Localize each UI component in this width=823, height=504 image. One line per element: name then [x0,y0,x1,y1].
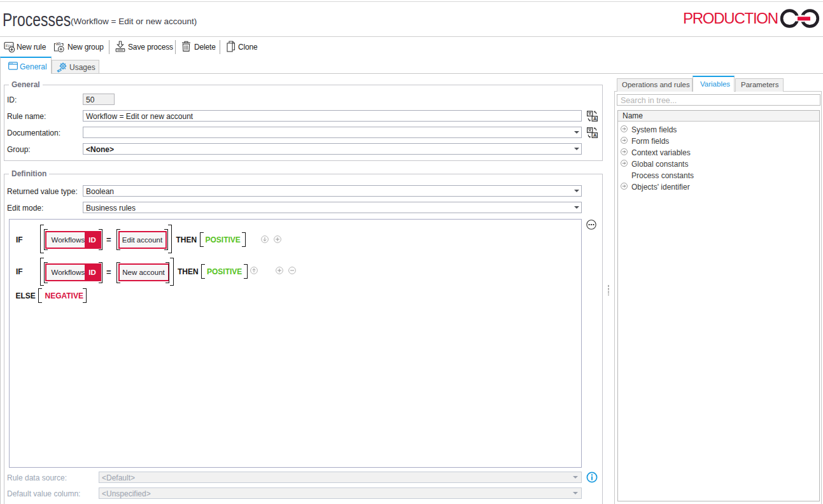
svg-text:A: A [593,132,597,138]
svg-text:A: A [593,116,597,122]
svg-text:ab: ab [56,41,61,46]
